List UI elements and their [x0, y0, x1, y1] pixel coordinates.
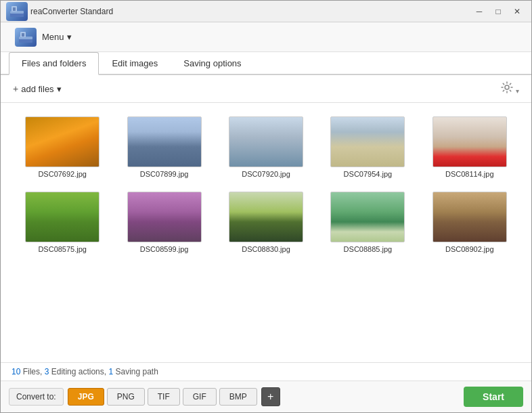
files-label: Files, [20, 367, 44, 376]
menu-button[interactable]: Menu ▾ [9, 24, 78, 50]
format-buttons: JPGPNGTIFGIFBMP [68, 388, 257, 406]
convert-label: Convert to: [9, 388, 64, 406]
close-button[interactable]: ✕ [508, 5, 526, 18]
bottom-bar: Convert to: JPGPNGTIFGIFBMP + Start [1, 381, 531, 412]
format-btn-jpg[interactable]: JPG [68, 388, 104, 406]
add-icon: + [13, 83, 18, 94]
file-item[interactable]: DSC08575.jpg [14, 189, 110, 256]
window-controls: ─ □ ✕ [470, 5, 526, 18]
svg-point-8 [505, 85, 509, 89]
action-bar: + add files ▾ ▾ [1, 75, 531, 103]
file-thumbnail [330, 192, 405, 242]
format-btn-tif[interactable]: TIF [148, 388, 180, 406]
file-thumbnail [25, 116, 99, 167]
menu-label: Menu [42, 32, 64, 42]
saving-label: Saving path [113, 367, 158, 376]
menu-arrow: ▾ [67, 32, 72, 42]
app-title: reaConverter Standard [30, 7, 470, 16]
start-button[interactable]: Start [464, 387, 523, 407]
file-name: DSC08599.jpg [140, 245, 189, 253]
add-files-button[interactable]: + add files ▾ [9, 81, 66, 96]
file-name: DSC07692.jpg [38, 170, 87, 178]
svg-rect-7 [22, 33, 24, 37]
add-files-arrow: ▾ [57, 84, 62, 94]
file-thumbnail [25, 192, 99, 242]
file-name: DSC08575.jpg [38, 245, 87, 253]
menu-app-icon [15, 28, 37, 47]
file-thumbnail [229, 116, 303, 167]
file-name: DSC08114.jpg [445, 170, 494, 178]
tab-files[interactable]: Files and folders [9, 52, 99, 75]
app-icon [6, 2, 28, 21]
file-item[interactable]: DSC08885.jpg [319, 189, 416, 256]
file-thumbnail [127, 192, 202, 242]
maximize-button[interactable]: □ [489, 5, 507, 18]
file-thumbnail [433, 192, 507, 242]
file-count: 10 [12, 367, 20, 376]
status-bar: 10 Files, 3 Editing actions, 1 Saving pa… [1, 362, 531, 381]
svg-rect-3 [13, 7, 16, 11]
file-name: DSC07899.jpg [140, 170, 189, 178]
title-bar: reaConverter Standard ─ □ ✕ [1, 1, 531, 22]
file-item[interactable]: DSC08114.jpg [422, 114, 518, 181]
file-item[interactable]: DSC07920.jpg [218, 114, 314, 181]
file-name: DSC08885.jpg [344, 245, 393, 253]
file-item[interactable]: DSC08902.jpg [422, 189, 518, 256]
file-name: DSC08902.jpg [445, 245, 494, 253]
file-thumbnail [229, 192, 303, 242]
minimize-button[interactable]: ─ [470, 5, 488, 18]
file-name: DSC07954.jpg [344, 170, 393, 178]
add-files-label: add files [21, 84, 53, 94]
file-item[interactable]: DSC08830.jpg [218, 189, 314, 256]
add-format-button[interactable]: + [261, 387, 280, 406]
settings-arrow: ▾ [516, 87, 519, 95]
file-item[interactable]: DSC07954.jpg [319, 114, 416, 181]
file-thumbnail [433, 116, 507, 167]
file-item[interactable]: DSC07899.jpg [116, 114, 212, 181]
file-item[interactable]: DSC08599.jpg [116, 189, 212, 256]
file-thumbnail [330, 116, 405, 167]
tab-edit[interactable]: Edit images [99, 52, 171, 75]
file-name: DSC07920.jpg [242, 170, 290, 178]
file-grid: DSC07692.jpgDSC07899.jpgDSC07920.jpgDSC0… [1, 103, 531, 362]
toolbar: Menu ▾ [1, 22, 531, 52]
settings-icon [501, 81, 513, 93]
file-item[interactable]: DSC07692.jpg [14, 114, 110, 181]
settings-button[interactable]: ▾ [497, 79, 523, 98]
format-btn-gif[interactable]: GIF [183, 388, 217, 406]
format-btn-png[interactable]: PNG [107, 388, 145, 406]
format-btn-bmp[interactable]: BMP [219, 388, 257, 406]
file-name: DSC08830.jpg [242, 245, 290, 253]
tab-bar: Files and folders Edit images Saving opt… [1, 52, 531, 75]
tab-saving[interactable]: Saving options [171, 52, 254, 75]
editing-label: Editing actions, [49, 367, 108, 376]
file-thumbnail [127, 116, 202, 167]
